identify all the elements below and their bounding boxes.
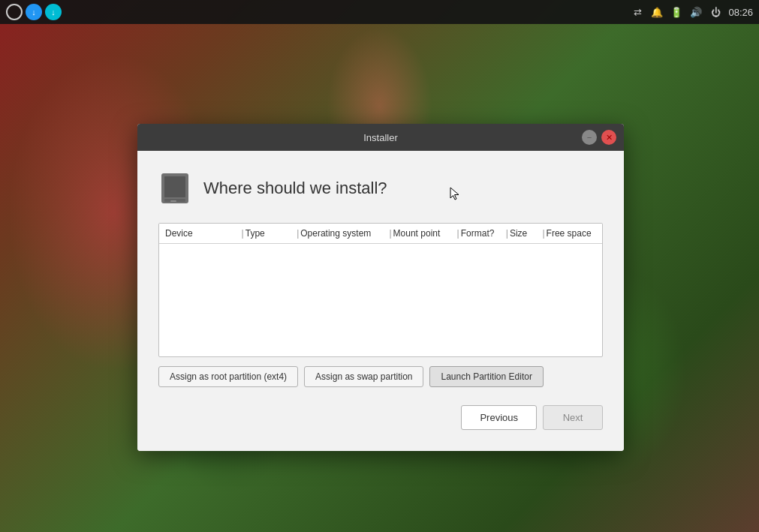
col-free: Free space <box>547 228 596 239</box>
window-controls: − ✕ <box>582 130 616 145</box>
drive-icon <box>158 169 191 208</box>
launch-partition-editor-button[interactable]: Launch Partition Editor <box>429 366 543 387</box>
page-title: Where should we install? <box>203 179 387 198</box>
taskbar: ↓ ↓ ⇄ 🔔 🔋 🔊 ⏻ 08:26 <box>0 0 759 24</box>
partition-table[interactable]: Device | Type | Operating system | Mount… <box>158 223 603 357</box>
close-button[interactable]: ✕ <box>601 130 616 145</box>
taskbar-icon-download-teal[interactable]: ↓ <box>45 4 62 20</box>
window-titlebar: Installer − ✕ <box>137 124 624 151</box>
svg-rect-1 <box>164 176 185 197</box>
table-header: Device | Type | Operating system | Mount… <box>159 224 602 244</box>
svg-rect-3 <box>170 200 176 202</box>
col-os: Operating system <box>300 228 387 239</box>
assign-root-button[interactable]: Assign as root partition (ext4) <box>158 366 298 387</box>
col-size: Size <box>510 228 541 239</box>
taskbar-icon-download-blue[interactable]: ↓ <box>26 4 42 20</box>
col-format: Format? <box>461 228 504 239</box>
battery-icon[interactable]: 🔋 <box>670 5 683 19</box>
relay-icon[interactable]: ⇄ <box>631 5 644 19</box>
window-title: Installer <box>363 132 398 143</box>
bell-icon[interactable]: 🔔 <box>650 5 664 19</box>
taskbar-left-icons: ↓ ↓ <box>6 4 62 20</box>
next-button[interactable]: Next <box>543 405 603 430</box>
previous-button[interactable]: Previous <box>461 405 537 430</box>
system-clock: 08:26 <box>728 7 753 18</box>
power-icon[interactable]: ⏻ <box>709 5 722 19</box>
minimize-button[interactable]: − <box>582 130 597 145</box>
table-body[interactable] <box>159 244 602 356</box>
col-type: Type <box>245 228 295 239</box>
window-content: Where should we install? Device | Type |… <box>137 151 624 451</box>
col-mount: Mount point <box>393 228 456 239</box>
installer-window: Installer − ✕ Where should we install? D… <box>137 124 624 451</box>
col-device: Device <box>165 228 240 239</box>
nav-buttons: Previous Next <box>158 405 603 430</box>
assign-swap-button[interactable]: Assign as swap partition <box>304 366 423 387</box>
taskbar-icon-ring[interactable] <box>6 4 23 20</box>
volume-icon[interactable]: 🔊 <box>689 5 703 19</box>
action-buttons: Assign as root partition (ext4) Assign a… <box>158 366 603 387</box>
taskbar-right: ⇄ 🔔 🔋 🔊 ⏻ 08:26 <box>631 5 753 19</box>
page-header: Where should we install? <box>158 169 603 208</box>
